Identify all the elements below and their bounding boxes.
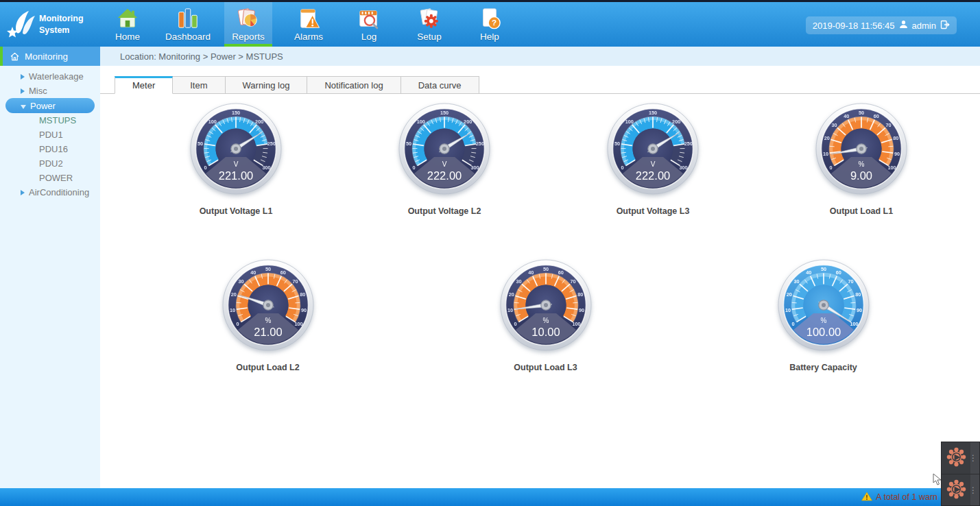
help-icon: ? <box>478 5 501 30</box>
sidebar: Monitoring WaterleakageMiscPowerMSTUPSPD… <box>0 47 100 488</box>
svg-text:70: 70 <box>848 278 853 285</box>
gauge-label: Output Voltage L1 <box>200 206 273 216</box>
sidebar-item-power[interactable]: POWER <box>0 171 100 185</box>
gauge-unit: % <box>542 317 549 324</box>
sidebar-item-waterleakage[interactable]: Waterleakage <box>0 69 100 84</box>
svg-text:150: 150 <box>649 110 657 116</box>
logout-icon[interactable] <box>940 20 950 32</box>
gauge-output-load-l3: 0102030405060708090100%10.00Output Load … <box>407 256 684 372</box>
main-nav: HomeDashboardReportsAlarmsLogSetup?Help <box>97 2 520 47</box>
svg-text:10: 10 <box>823 151 828 157</box>
gauge-label: Output Voltage L2 <box>408 206 481 216</box>
dashboard-icon <box>176 5 200 30</box>
nav-item-dashboard[interactable]: Dashboard <box>164 2 212 47</box>
app-logo: Monitoring System <box>0 2 97 47</box>
gauge-dial: 050100150200250300V221.00 <box>184 99 287 202</box>
gauge-value: 222.00 <box>636 169 670 182</box>
svg-text:40: 40 <box>528 269 534 276</box>
sidebar-header-monitoring[interactable]: Monitoring <box>0 47 100 66</box>
nav-item-log[interactable]: Log <box>345 2 393 47</box>
recorder-icon <box>942 478 968 503</box>
sidebar-item-power[interactable]: Power <box>5 98 95 113</box>
svg-text:100: 100 <box>572 321 580 327</box>
tab-data-curve[interactable]: Data curve <box>401 76 479 94</box>
sidebar-item-misc[interactable]: Misc <box>0 84 100 98</box>
tree-label: POWER <box>39 173 73 183</box>
svg-text:70: 70 <box>885 122 891 128</box>
recorder-menu-dots[interactable]: ⋮ <box>969 485 977 495</box>
svg-text:80: 80 <box>893 135 898 141</box>
svg-text:10: 10 <box>229 307 235 313</box>
gauge-row-1: 050100150200250300V221.00Output Voltage … <box>100 99 980 216</box>
main-area: Monitoring WaterleakageMiscPowerMSTUPSPD… <box>0 47 980 488</box>
svg-text:60: 60 <box>835 269 841 276</box>
home-outline-icon <box>10 51 20 62</box>
svg-text:200: 200 <box>464 119 472 125</box>
svg-text:80: 80 <box>300 291 305 298</box>
tab-warning-log[interactable]: Warning log <box>226 76 308 94</box>
svg-text:50: 50 <box>406 141 411 147</box>
sidebar-item-pdu2[interactable]: PDU2 <box>0 156 100 171</box>
svg-text:100: 100 <box>887 165 896 171</box>
alarms-icon <box>297 5 320 30</box>
gauge-battery-capacity: 0102030405060708090100%100.00Battery Cap… <box>684 256 962 372</box>
nav-item-alarms[interactable]: Alarms <box>285 2 333 47</box>
svg-text:50: 50 <box>820 266 826 272</box>
user-icon <box>899 20 908 31</box>
tab-meter[interactable]: Meter <box>115 76 173 94</box>
device-tree: WaterleakageMiscPowerMSTUPSPDU1PDU16PDU2… <box>0 66 100 200</box>
gauge-dial: 050100150200250300V222.00 <box>601 99 704 202</box>
nav-label: Setup <box>417 32 441 42</box>
gauge-value: 10.00 <box>531 326 560 338</box>
gauge-output-voltage-l2: 050100150200250300V222.00Output Voltage … <box>340 99 549 216</box>
svg-text:80: 80 <box>855 291 861 298</box>
svg-text:100: 100 <box>625 119 634 125</box>
svg-text:150: 150 <box>440 110 449 116</box>
svg-text:250: 250 <box>476 141 484 147</box>
nav-item-reports[interactable]: Reports <box>224 2 272 47</box>
recorder-tile[interactable]: ⋮ <box>942 442 979 474</box>
recorder-tile[interactable]: ⋮ <box>942 474 979 506</box>
sidebar-item-mstups[interactable]: MSTUPS <box>0 113 100 128</box>
svg-text:?: ? <box>492 18 497 27</box>
sidebar-item-pdu16[interactable]: PDU16 <box>0 142 100 156</box>
nav-item-help[interactable]: ?Help <box>466 2 514 47</box>
nav-label: Reports <box>232 32 264 42</box>
gauge-output-voltage-l1: 050100150200250300V221.00Output Voltage … <box>132 99 340 216</box>
svg-text:0: 0 <box>514 321 516 327</box>
sidebar-item-airconditioning[interactable]: AirConditioning <box>0 185 100 200</box>
svg-text:300: 300 <box>262 165 270 171</box>
app-title: Monitoring System <box>39 13 84 36</box>
svg-text:0: 0 <box>791 321 794 327</box>
svg-text:20: 20 <box>824 135 830 141</box>
warning-status[interactable]: A total of 1 warn <box>861 492 937 503</box>
tab-item[interactable]: Item <box>173 76 225 94</box>
gauge-dial: 050100150200250300V222.00 <box>393 99 496 202</box>
gauge-value: 9.00 <box>850 169 872 182</box>
screen-recorder-overlay[interactable]: ⋮⋮ <box>941 442 980 506</box>
svg-text:50: 50 <box>859 110 864 116</box>
tree-label: Waterleakage <box>29 71 84 82</box>
gauge-output-load-l2: 0102030405060708090100%21.00Output Load … <box>129 256 407 372</box>
svg-text:100: 100 <box>417 119 425 125</box>
tree-label: PDU16 <box>39 144 68 154</box>
svg-text:300: 300 <box>470 165 479 171</box>
svg-text:90: 90 <box>578 307 584 313</box>
tree-label: Misc <box>29 86 47 96</box>
nav-item-setup[interactable]: Setup <box>405 2 453 47</box>
svg-text:50: 50 <box>542 266 548 272</box>
tab-notification-log[interactable]: Notification log <box>307 76 401 94</box>
chevron-right-icon <box>21 88 25 94</box>
gauge-unit: V <box>442 160 447 168</box>
svg-text:30: 30 <box>516 278 521 285</box>
gauge-label: Output Voltage L3 <box>617 206 690 216</box>
user-session-pill[interactable]: 2019-09-18 11:56:45 admin <box>806 16 957 34</box>
sidebar-item-pdu1[interactable]: PDU1 <box>0 128 100 142</box>
gauge-output-load-l1: 0102030405060708090100%9.00Output Load L… <box>757 99 966 216</box>
recorder-menu-dots[interactable]: ⋮ <box>969 453 977 463</box>
gauge-value: 100.00 <box>806 326 840 338</box>
svg-text:80: 80 <box>577 291 583 298</box>
gauge-unit: % <box>859 160 865 168</box>
nav-item-home[interactable]: Home <box>104 2 152 47</box>
svg-text:20: 20 <box>230 291 236 298</box>
